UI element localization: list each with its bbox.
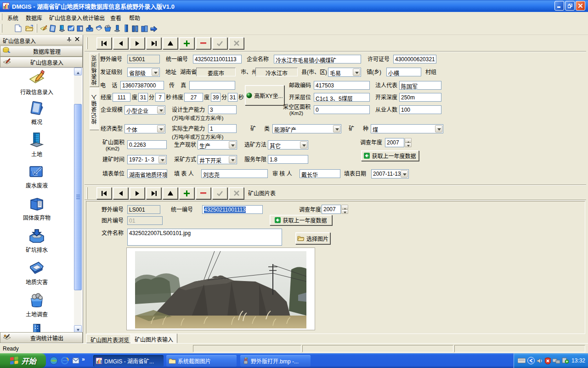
sidebar-item-admin-entry[interactable]: 行政信息录入 [13, 70, 61, 96]
company-input[interactable]: 冷水江市毛易镇小横煤矿 [274, 55, 361, 63]
goaf-input[interactable]: 0 [314, 105, 370, 114]
depth-input[interactable]: 250m [399, 93, 441, 102]
volume-icon[interactable] [537, 358, 543, 364]
chevron-down-icon[interactable] [157, 106, 164, 114]
pic-prev-year-button[interactable]: 获取上一年度数据 [270, 215, 332, 225]
filler-input[interactable]: 刘志尧 [201, 169, 268, 178]
sidebar-footer-query[interactable]: 查询统计输出 [0, 332, 83, 343]
unified-no-input[interactable]: 43250211001113 [193, 55, 242, 63]
sidebar-item-drainage[interactable]: 矿坑排水 [13, 229, 61, 253]
dressing-dropdown[interactable]: 其它 [268, 140, 308, 150]
overview-icon[interactable] [48, 24, 57, 33]
keyboard-icon[interactable] [518, 358, 526, 363]
chevron-down-icon[interactable] [229, 141, 236, 149]
pic-no-input[interactable]: 01 [127, 216, 163, 225]
county-dropdown[interactable]: 毛易 [328, 68, 361, 77]
vtab-record-input[interactable]: 按记录输入 [90, 88, 99, 130]
sidebar-scrollbar[interactable] [74, 68, 82, 333]
export-icon[interactable] [149, 24, 158, 33]
nav2-cancel-button[interactable] [229, 187, 244, 199]
workers-input[interactable]: 100 [399, 105, 441, 114]
chevron-down-icon[interactable] [353, 69, 360, 76]
nav2-add-button[interactable] [179, 187, 194, 199]
scroll-up-icon[interactable] [74, 68, 82, 75]
update-icon[interactable] [562, 357, 569, 364]
sidebar-item-wastewater[interactable]: 废水废液 [13, 164, 61, 189]
lat-sec-input[interactable]: 31 [228, 93, 237, 102]
nav1-prev-button[interactable] [113, 37, 128, 49]
chevron-down-icon[interactable] [435, 125, 442, 132]
pin-icon[interactable] [66, 37, 72, 44]
vtab-table-browse[interactable]: 按表格浏览 [90, 53, 99, 87]
chevron-down-icon[interactable] [333, 125, 340, 132]
sidebar-item-geohazard[interactable]: 地质灾害 [13, 261, 61, 286]
quicklaunch-ie-icon[interactable] [61, 356, 69, 365]
fax-input[interactable] [189, 81, 235, 90]
scale-dropdown[interactable]: 小型企业 [124, 105, 165, 115]
pic-field-no-input[interactable]: LS001 [127, 205, 160, 214]
survey-icon[interactable] [103, 24, 112, 33]
pic-unified-input[interactable]: 43250211001113 [202, 205, 263, 214]
pic-survey-year-spinner[interactable] [341, 205, 348, 214]
chevron-down-icon[interactable] [157, 125, 164, 132]
area-input[interactable]: 0.2263 [127, 140, 167, 149]
nav2-up-button[interactable] [163, 187, 178, 199]
column-icon[interactable] [113, 24, 121, 33]
nav2-delete-button[interactable] [196, 187, 211, 199]
books-icon[interactable] [140, 24, 149, 33]
close-panel-icon[interactable] [74, 36, 80, 43]
design-cap-input[interactable]: 3 [208, 105, 237, 114]
fill-unit-input[interactable]: 湖南省地质环境 [127, 169, 167, 178]
wastewater-icon[interactable] [67, 24, 75, 33]
pic-survey-year-input[interactable]: 2007 [322, 205, 341, 214]
network-icon[interactable] [553, 358, 560, 364]
open-file-icon[interactable] [25, 24, 34, 33]
chevron-down-icon[interactable] [300, 141, 307, 149]
gauss-xy-button[interactable]: 高斯XY坐... [245, 85, 284, 105]
lat-deg-input[interactable]: 27 [184, 93, 203, 102]
sidebar-group-database[interactable]: 数据库管理 [0, 46, 83, 57]
prod-status-dropdown[interactable]: 生产 [198, 140, 237, 150]
menu-statistics[interactable]: 统计输出 [81, 13, 107, 22]
built-dropdown[interactable]: 1972- 1- 3 [127, 155, 167, 164]
cert-level-dropdown[interactable]: 省部级 [127, 68, 160, 77]
auditor-input[interactable]: 戴长华 [300, 169, 340, 178]
sidebar-item-land[interactable]: 土地 [13, 132, 61, 158]
scrollbar-thumb[interactable] [74, 104, 82, 290]
language-bar-icon[interactable] [527, 357, 535, 364]
nav1-first-button[interactable] [96, 37, 112, 49]
nav1-delete-button[interactable] [196, 37, 211, 49]
file-name-input[interactable]: 4325022007LS00101.jpg [127, 229, 282, 246]
sidebar-item-solid-waste[interactable]: 固体废弃物 [13, 196, 61, 221]
menu-help[interactable]: 帮助 [127, 13, 142, 22]
tab-picture-input[interactable]: 矿山图片表输入 [130, 334, 177, 343]
menu-system[interactable]: 系统 [6, 13, 20, 22]
drainage-icon[interactable] [85, 24, 94, 33]
postcode-input[interactable]: 417503 [314, 81, 370, 90]
taskbar-task-dmgis[interactable]: DMGIS - 湖南省矿... [93, 355, 164, 367]
nav2-first-button[interactable] [96, 187, 112, 199]
survey-year-spinner[interactable] [405, 138, 412, 147]
quicklaunch-chevron[interactable]: » [82, 356, 85, 362]
taskbar-task-bmp[interactable]: 野外版打开.bmp -... [240, 355, 311, 367]
menu-database[interactable]: 数据库 [24, 13, 44, 22]
actual-cap-input[interactable]: 1 [208, 124, 237, 133]
econ-dropdown[interactable]: 个体 [124, 124, 165, 133]
sidebar-item-overview[interactable]: 概况 [13, 101, 61, 126]
chevron-down-icon[interactable] [158, 156, 166, 163]
close-button[interactable] [576, 1, 585, 11]
minimize-button[interactable] [554, 1, 564, 11]
nav1-add-button[interactable] [179, 37, 194, 49]
columns-icon[interactable] [131, 24, 140, 33]
legal-rep-input[interactable]: 陈国军 [399, 81, 441, 90]
town-input[interactable]: 小横 [386, 68, 421, 76]
nav2-post-button[interactable] [212, 187, 227, 199]
nav1-last-button[interactable] [146, 37, 161, 49]
nav1-post-button[interactable] [212, 37, 227, 49]
fill-date-dropdown[interactable]: 2007-11-13 [371, 169, 409, 178]
new-file-icon[interactable] [14, 24, 23, 33]
mine-kind-dropdown[interactable]: 煤 [371, 124, 443, 133]
survey-year-input[interactable]: 2007 [385, 138, 404, 147]
chevron-down-icon[interactable] [152, 69, 159, 76]
quicklaunch-globe-icon[interactable] [50, 356, 58, 365]
